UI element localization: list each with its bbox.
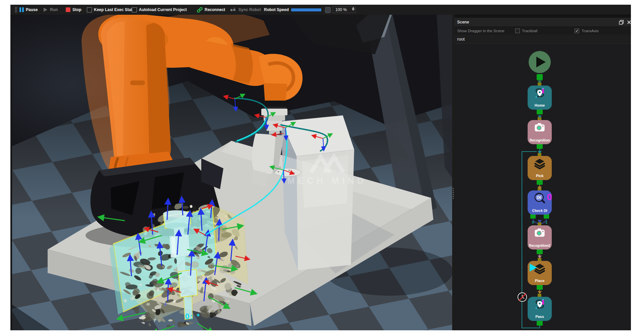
autoload-project-checkbox[interactable]: Autoload Current Project (132, 5, 187, 15)
pose-label: 7 (154, 318, 156, 323)
pose-label: 0 (164, 302, 167, 307)
speed-spinbox[interactable]: 100 % (332, 6, 356, 13)
workflow-graph[interactable]: DI (454, 44, 631, 330)
flow-node-start[interactable] (529, 51, 551, 73)
sync-robot-button[interactable]: Sync Robot (230, 5, 261, 15)
svg-text:Recognition: Recognition (530, 138, 550, 142)
route-pin-icon (536, 299, 544, 309)
pick-target-label: 0: * (185, 312, 200, 321)
sync-robot-label: Sync Robot (238, 7, 261, 12)
app-window: Pause Run Stop Keep Last Exec State Auto… (10, 5, 631, 330)
3d-viewport[interactable]: 8: 4: 0 7 0: * MECH MIND (12, 15, 454, 330)
flow-node-pick[interactable]: Pick (528, 156, 552, 180)
check-di-badge: 0 (547, 192, 552, 202)
slider-track (291, 8, 321, 11)
pose-label: 8: (209, 279, 212, 283)
flow-node-recognition2[interactable]: Recognition2 (528, 225, 552, 249)
show-dragger-label[interactable]: Show Dragger in the Scene (457, 29, 504, 33)
svg-text:Place: Place (535, 279, 545, 283)
trackball-checkbox[interactable] (515, 29, 520, 33)
svg-text:Home: Home (535, 103, 545, 107)
svg-text:Recognition2: Recognition2 (529, 244, 550, 247)
camera-icon (535, 228, 544, 237)
keep-last-exec-checkbox[interactable]: Keep Last Exec State (87, 5, 135, 15)
svg-text:Pick: Pick (536, 174, 544, 178)
panel-splitter[interactable] (452, 15, 454, 330)
speed-value: 100 % (335, 7, 347, 12)
transaxis-label[interactable]: TransAxis (582, 29, 599, 33)
flow-node-check-di[interactable]: Check DI 0 (528, 190, 552, 215)
transaxis-checkbox[interactable] (575, 29, 579, 33)
robot-speed-label: Robot Speed (264, 5, 289, 15)
run-icon (43, 7, 48, 12)
reconnect-label: Reconnect (205, 7, 225, 12)
run-button[interactable]: Run (43, 5, 58, 15)
pose-label: 4: (157, 287, 161, 292)
keep-last-exec-label: Keep Last Exec State (94, 7, 135, 12)
wrist-ring (262, 101, 288, 107)
watermark-text: MECH MIND (287, 176, 367, 186)
flow-node-pass[interactable]: Pass (528, 297, 552, 321)
white-box (281, 115, 354, 270)
pause-button[interactable]: Pause (19, 5, 38, 15)
robot-speed-slider[interactable] (291, 8, 326, 11)
spinbox-arrows[interactable] (352, 7, 355, 11)
checkbox-icon (132, 7, 137, 12)
trackball-label[interactable]: Trackball (522, 29, 537, 33)
panel-title: Scene (457, 20, 469, 24)
autoload-project-label: Autoload Current Project (139, 7, 187, 12)
svg-text:Check DI: Check DI (532, 209, 547, 213)
stop-icon (66, 7, 70, 12)
flow-node-recognition[interactable]: Recognition (528, 120, 552, 144)
root-breadcrumb[interactable]: root (454, 35, 631, 44)
run-label: Run (50, 7, 58, 12)
svg-text:Pass: Pass (535, 315, 544, 319)
pause-icon (19, 7, 24, 12)
page: Pause Run Stop Keep Last Exec State Auto… (0, 0, 644, 336)
sync-robot-icon (230, 7, 236, 12)
splitter-grip-icon (453, 187, 454, 199)
toolbar-drag-handle-icon[interactable] (15, 7, 17, 13)
scene-canvas[interactable]: 8: 4: 0 7 0: * MECH MIND (12, 15, 454, 330)
close-icon[interactable] (627, 20, 632, 25)
stop-button[interactable]: Stop (66, 5, 82, 15)
stop-label: Stop (72, 7, 82, 12)
checkbox-icon (87, 7, 92, 12)
route-pin-icon (536, 88, 544, 98)
check-di-port0-label: 0 (532, 220, 534, 224)
reconnect-link-icon (197, 7, 203, 13)
pause-label: Pause (26, 7, 38, 12)
camera-icon (535, 123, 544, 131)
no-wait-clock-icon[interactable] (518, 293, 527, 301)
toolbar: Pause Run Stop Keep Last Exec State Auto… (10, 5, 631, 15)
reconnect-button[interactable]: Reconnect (197, 5, 225, 15)
panel-titlebar: Scene (454, 18, 631, 27)
spin-down-icon[interactable] (352, 9, 355, 11)
flow-node-place[interactable]: Place (528, 261, 552, 285)
check-di-port1-label: 1 (545, 220, 547, 224)
panel-options-row: Show Dragger in the Scene Trackball Tran… (454, 27, 631, 35)
flow-node-home[interactable]: Home (528, 86, 552, 110)
float-window-icon[interactable] (619, 20, 624, 25)
slider-handle[interactable] (325, 7, 331, 13)
scene-panel: Scene Show Dragger in the Scene Trackbal… (454, 15, 631, 330)
spin-up-icon[interactable] (352, 7, 355, 9)
